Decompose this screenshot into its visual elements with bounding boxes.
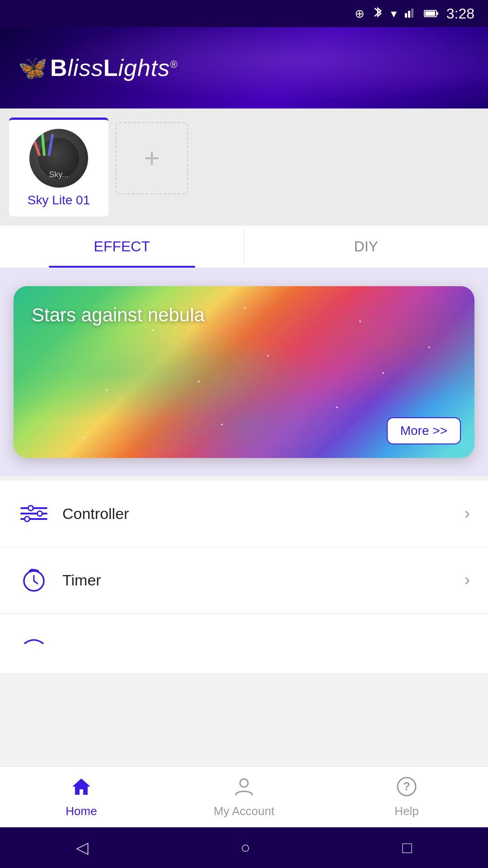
wifi-icon: ▾ [391, 7, 397, 21]
my-account-label: My Account [214, 804, 274, 818]
svg-rect-1 [408, 11, 410, 18]
svg-rect-4 [425, 11, 435, 16]
svg-rect-0 [405, 13, 407, 18]
beam-green [41, 133, 46, 156]
device-image-1: Sky... [29, 129, 88, 188]
timer-chevron: › [465, 571, 470, 590]
ctrl-dot-1 [28, 505, 34, 511]
device-model-label: Sky... [49, 170, 69, 179]
more-button[interactable]: More >> [387, 417, 461, 444]
bottom-nav: Home My Account ? Help [0, 766, 488, 827]
status-time: 3:28 [446, 5, 474, 22]
star [83, 437, 84, 439]
beam-blue [47, 133, 54, 156]
bluetooth-icon [373, 5, 383, 22]
star [198, 381, 200, 382]
star [359, 321, 361, 322]
butterfly-icon: 🦋 [18, 54, 47, 82]
add-device-button[interactable]: + [116, 122, 188, 194]
menu-section: Controller › Timer › [0, 481, 488, 673]
star [336, 406, 338, 408]
partial-icon [21, 634, 47, 652]
svg-text:?: ? [403, 779, 410, 793]
person-icon [233, 776, 255, 801]
ctrl-dot-3 [24, 516, 30, 522]
star [382, 372, 384, 374]
help-icon: ? [396, 776, 418, 801]
tabs-bar: EFFECT DIY [0, 226, 488, 268]
device-selector: Sky... Sky Lite 01 + [0, 108, 488, 226]
device-name-1: Sky Lite 01 [28, 193, 90, 208]
controller-icon [20, 507, 47, 520]
star [106, 389, 108, 391]
nav-item-home[interactable]: Home [0, 767, 163, 827]
star [152, 329, 154, 331]
star [267, 355, 269, 357]
svg-rect-2 [411, 9, 413, 18]
ctrl-line-3 [20, 518, 47, 520]
device-card-1[interactable]: Sky... Sky Lite 01 [9, 118, 108, 217]
back-button[interactable]: ◁ [76, 838, 89, 857]
effect-title: Stars against nebula [32, 304, 205, 326]
star [244, 307, 246, 309]
timer-icon-wrap [18, 564, 50, 596]
star [428, 346, 430, 348]
battery-icon [424, 7, 438, 21]
controller-label: Controller [62, 505, 465, 523]
tab-diy[interactable]: DIY [244, 226, 488, 268]
controller-icon-wrap [18, 498, 50, 529]
timer-icon [21, 567, 47, 593]
beam-red [31, 134, 41, 156]
svg-rect-5 [437, 12, 438, 15]
controller-chevron: › [465, 504, 470, 523]
menu-item-controller[interactable]: Controller › [0, 481, 488, 547]
menu-item-timer[interactable]: Timer › [0, 547, 488, 613]
partial-icon-wrap [18, 627, 50, 659]
logo-text: BlissLights® [50, 54, 178, 81]
svg-point-7 [240, 779, 248, 787]
ctrl-line-1 [20, 507, 47, 509]
circle-plus-icon: ⊕ [355, 7, 365, 21]
ctrl-dot-2 [37, 510, 43, 517]
star [221, 424, 223, 425]
home-icon [70, 776, 92, 801]
ctrl-line-2 [20, 513, 47, 514]
signal-icon [405, 7, 416, 21]
tab-effect[interactable]: EFFECT [0, 226, 244, 268]
logo: 🦋 BlissLights® [18, 54, 178, 82]
device-beams [38, 133, 50, 156]
timer-label: Timer [62, 571, 465, 589]
status-bar: ⊕ ▾ 3:28 [0, 0, 488, 27]
nav-item-my-account[interactable]: My Account [163, 767, 325, 827]
effect-section: Stars against nebula More >> [0, 268, 488, 476]
nav-item-help[interactable]: ? Help [325, 767, 488, 827]
home-button[interactable]: ○ [240, 838, 250, 857]
header-banner: 🦋 BlissLights® [0, 27, 488, 108]
home-label: Home [66, 804, 97, 818]
status-icons: ⊕ ▾ 3:28 [355, 5, 474, 22]
effect-card[interactable]: Stars against nebula More >> [14, 286, 474, 458]
menu-item-partial[interactable] [0, 613, 488, 673]
add-icon: + [144, 145, 160, 172]
help-label: Help [394, 804, 418, 818]
android-nav-bar: ◁ ○ □ [0, 827, 488, 868]
recents-button[interactable]: □ [402, 838, 412, 857]
